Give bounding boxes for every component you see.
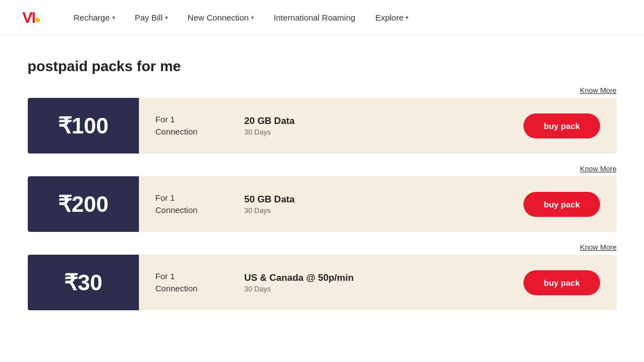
nav-recharge-arrow: ▾ — [112, 14, 115, 21]
pack-connection-1: For 1Connection — [156, 113, 211, 138]
know-more-row-3: Know More — [28, 243, 617, 251]
pack-card-3: ₹30 For 1Connection US & Canada @ 50p/mi… — [28, 255, 617, 310]
pack-price-1: ₹100 — [28, 98, 139, 153]
pack-data-sub-1: 30 Days — [244, 128, 295, 136]
nav-pay-bill-arrow: ▾ — [165, 14, 168, 21]
pack-details-3: For 1Connection US & Canada @ 50p/min 30… — [139, 259, 524, 306]
nav-international-roaming[interactable]: International Roaming — [274, 13, 356, 22]
nav-pay-bill[interactable]: Pay Bill ▾ — [135, 13, 168, 22]
nav-new-connection-label: New Connection — [188, 13, 249, 22]
know-more-link-3[interactable]: Know More — [580, 243, 617, 251]
buy-pack-button-2[interactable]: buy pack — [523, 192, 600, 217]
nav-international-roaming-label: International Roaming — [274, 13, 356, 22]
pack-section-2: Know More ₹200 For 1Connection 50 GB Dat… — [28, 165, 617, 232]
pack-data-main-2: 50 GB Data — [244, 194, 295, 205]
nav-new-connection-arrow: ▾ — [251, 14, 254, 21]
pack-card-right-3: buy pack — [523, 270, 616, 295]
know-more-row-2: Know More — [28, 165, 617, 173]
logo-text: VI — [22, 10, 34, 26]
pack-connection-3: For 1Connection — [156, 270, 211, 295]
pack-card-right-2: buy pack — [523, 192, 616, 217]
pack-data-main-3: US & Canada @ 50p/min — [244, 272, 354, 284]
nav-explore-label: Explore — [375, 13, 403, 22]
buy-pack-button-3[interactable]: buy pack — [523, 270, 600, 295]
pack-data-2: 50 GB Data 30 Days — [244, 194, 295, 215]
pack-card-2: ₹200 For 1Connection 50 GB Data 30 Days … — [28, 176, 617, 232]
logo[interactable]: VI — [22, 10, 40, 26]
know-more-row-1: Know More — [28, 86, 617, 95]
pack-section-3: Know More ₹30 For 1Connection US & Canad… — [28, 243, 617, 310]
know-more-link-1[interactable]: Know More — [580, 86, 617, 95]
nav-explore-arrow: ▾ — [406, 14, 408, 21]
main-nav: Recharge ▾ Pay Bill ▾ New Connection ▾ I… — [73, 13, 408, 22]
nav-explore[interactable]: Explore ▾ — [375, 13, 408, 22]
pack-section-1: Know More ₹100 For 1Connection 20 GB Dat… — [28, 86, 617, 153]
nav-pay-bill-label: Pay Bill — [135, 13, 163, 22]
pack-price-2: ₹200 — [28, 176, 139, 232]
logo-dot — [36, 18, 40, 22]
nav-new-connection[interactable]: New Connection ▾ — [188, 13, 254, 22]
know-more-link-2[interactable]: Know More — [580, 165, 617, 173]
pack-data-3: US & Canada @ 50p/min 30 Days — [244, 272, 354, 293]
header: VI Recharge ▾ Pay Bill ▾ New Connection … — [0, 0, 644, 36]
pack-connection-2: For 1Connection — [156, 192, 211, 217]
pack-card-1: ₹100 For 1Connection 20 GB Data 30 Days … — [28, 98, 617, 153]
pack-data-sub-3: 30 Days — [244, 285, 354, 293]
pack-data-1: 20 GB Data 30 Days — [244, 116, 295, 136]
nav-recharge[interactable]: Recharge ▾ — [73, 13, 114, 22]
main-content: postpaid packs for me Know More ₹100 For… — [17, 36, 628, 344]
pack-details-1: For 1Connection 20 GB Data 30 Days — [139, 102, 524, 150]
page-title: postpaid packs for me — [28, 58, 617, 75]
pack-price-3: ₹30 — [28, 255, 139, 310]
pack-details-2: For 1Connection 50 GB Data 30 Days — [139, 181, 524, 228]
pack-card-right-1: buy pack — [523, 113, 616, 138]
buy-pack-button-1[interactable]: buy pack — [523, 113, 600, 138]
pack-data-sub-2: 30 Days — [244, 206, 295, 215]
nav-recharge-label: Recharge — [73, 13, 109, 22]
pack-data-main-1: 20 GB Data — [244, 116, 295, 127]
